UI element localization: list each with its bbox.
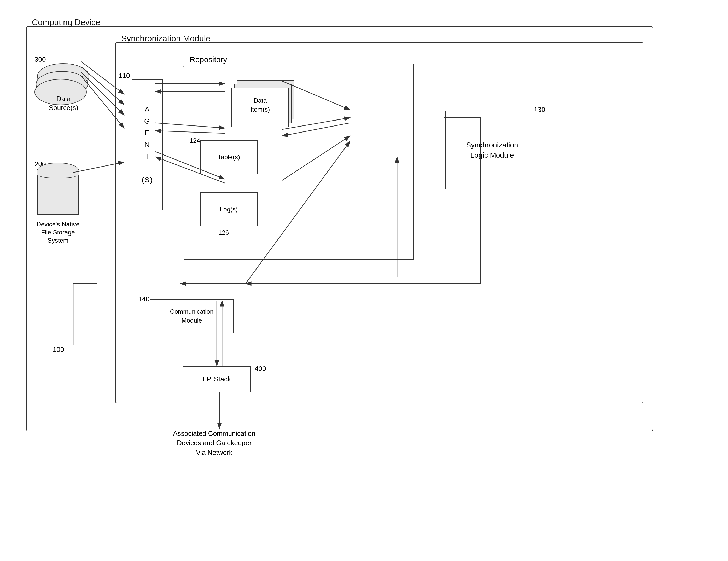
data-sources-label: DataSource(s) (49, 95, 78, 112)
data-items-front: DataItem(s) (231, 88, 289, 127)
ref-126: 126 (218, 229, 229, 236)
ref-300: 300 (34, 55, 46, 63)
ip-stack-label: I.P. Stack (203, 375, 231, 383)
repository-box: Repository 122 DataItem(s) 124 Table(s) (184, 64, 414, 260)
agent-text: AGENT(S) (142, 104, 153, 186)
cylinder (37, 163, 79, 215)
sync-module-box: Synchronization Module 110 AGENT(S) 120 … (115, 42, 643, 403)
ref-400: 400 (255, 365, 266, 373)
assoc-comm-label: Associated CommunicationDevices and Gate… (149, 429, 279, 457)
sync-logic-label: SynchronizationLogic Module (463, 137, 521, 163)
cylinder-group: Device's NativeFile Storage System (37, 163, 79, 215)
agent-box: AGENT(S) (132, 79, 163, 210)
ref-100: 100 (53, 346, 64, 354)
tables-label: Table(s) (218, 153, 240, 161)
comm-module-label: CommunicationModule (170, 307, 214, 325)
comm-module-box: CommunicationModule (150, 299, 234, 333)
ref-110: 110 (119, 72, 130, 80)
ref-140: 140 (138, 295, 149, 303)
ip-stack-box: I.P. Stack (183, 366, 251, 392)
logs-box: Log(s) (200, 192, 258, 226)
computing-device-label: Computing Device (32, 18, 100, 27)
computing-device-box: Computing Device Synchronization Module … (26, 26, 653, 431)
native-storage-label: Device's NativeFile Storage System (32, 220, 84, 245)
sync-logic-box: SynchronizationLogic Module (445, 111, 539, 189)
tables-box: Table(s) (200, 140, 258, 174)
logs-label: Log(s) (220, 206, 238, 213)
ref-124: 124 (190, 137, 200, 144)
diagram-container: Computing Device Synchronization Module … (21, 10, 705, 549)
repository-label: Repository (190, 55, 227, 64)
data-items-label: DataItem(s) (232, 96, 288, 114)
cylinder-mid (37, 170, 79, 178)
sync-module-label: Synchronization Module (121, 34, 211, 43)
